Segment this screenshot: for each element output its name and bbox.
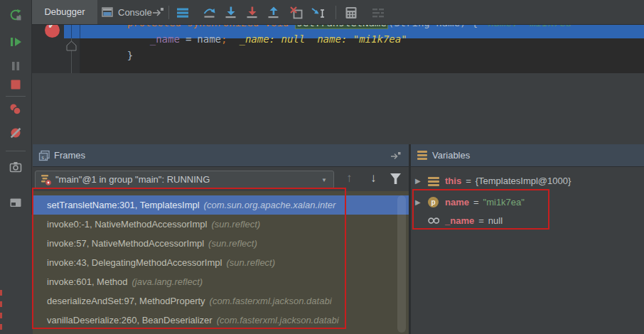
frame-row[interactable]: invoke:57, NativeMethodAccessorImpl(sun.… [33, 234, 409, 253]
view-breakpoints-icon[interactable] [9, 103, 22, 116]
brace-text: } [127, 50, 133, 61]
variable-row-name[interactable]: ▶ p name="mi1k7ea" [411, 193, 644, 212]
frame-row[interactable]: invoke0:-1, NativeMethodAccessorImpl(sun… [33, 215, 409, 234]
restore-layout-icon[interactable] [371, 6, 385, 20]
mute-breakpoints-icon[interactable] [9, 126, 22, 139]
frames-icon: s, [38, 150, 50, 161]
frame-method: invoke:43, DelegatingMethodAccessorImpl [47, 257, 222, 268]
previous-frame-arrow-icon[interactable]: ↑ [346, 171, 353, 185]
frame-row[interactable]: invoke:601, Method(java.lang.reflect) [33, 272, 409, 291]
red-edge-mark [0, 290, 2, 296]
rerun-icon[interactable] [9, 9, 22, 21]
red-edge-mark [0, 301, 2, 307]
camera-icon[interactable] [9, 161, 22, 173]
toolbar-separator [336, 6, 336, 19]
frame-row[interactable]: vanillaDeserialize:260, BeanDeserializer… [33, 311, 409, 330]
equals-sign: = [478, 215, 484, 226]
inline-debugger-hint: name: "mi1k7ea" [317, 33, 407, 45]
frames-list: setTransletName:301, TemplatesImpl(com.s… [33, 191, 409, 334]
frame-row[interactable]: invoke:43, DelegatingMethodAccessorImpl(… [33, 253, 409, 272]
fold-end-icon[interactable] [65, 40, 77, 52]
stop-icon[interactable] [9, 78, 22, 91]
frame-package: (sun.reflect) [208, 238, 257, 249]
watch-glasses-icon [428, 216, 439, 227]
red-edge-mark [0, 324, 2, 330]
variable-value: "mi1k7ea" [483, 197, 525, 208]
variable-name: this [445, 176, 461, 186]
parameter-icon: p [428, 197, 439, 208]
variable-name: _name [445, 215, 474, 226]
toolbar-separator [168, 6, 169, 19]
step-into-icon[interactable] [224, 6, 238, 20]
chevron-down-icon: ▼ [321, 177, 327, 183]
variables-icon [417, 151, 427, 161]
debugger-left-toolbar [0, 0, 32, 215]
inline-debugger-hint: _name: null [239, 33, 305, 45]
field-text: _name [150, 33, 180, 45]
variable-row-this[interactable]: ▶ this={TemplatesImpl@1000} [411, 172, 644, 190]
operator-text: = [186, 33, 191, 45]
semicolon-text: ; [221, 33, 227, 45]
variables-header: Variables [411, 144, 644, 167]
next-frame-arrow-icon[interactable]: ↓ [370, 171, 377, 185]
pin-tab-icon[interactable] [151, 6, 166, 20]
pause-program-icon[interactable] [9, 60, 22, 72]
frame-method: deserializeAndSet:97, MethodProperty [47, 296, 205, 306]
tab-console[interactable]: Console [101, 0, 152, 24]
panel-title: Frames [54, 144, 85, 167]
frame-package: (java.lang.reflect) [132, 276, 203, 287]
frame-method: invoke0:-1, NativeMethodAccessorImpl [47, 219, 207, 230]
drop-frame-icon[interactable] [289, 6, 304, 20]
frames-header: s, Frames [33, 144, 409, 167]
variable-value: null [488, 215, 503, 226]
variable-row-underscore-name[interactable]: _name=null [411, 212, 644, 230]
pin-icon[interactable] [390, 151, 402, 161]
value-text: name [197, 33, 221, 45]
layout-settings-icon[interactable] [9, 196, 22, 209]
svg-text:s,: s, [41, 155, 47, 161]
run-to-cursor-icon[interactable] [311, 6, 325, 20]
frame-method: invoke:601, Method [47, 276, 127, 287]
variables-panel: Variables ▶ this={TemplatesImpl@1000} ▶ … [411, 144, 644, 334]
resume-program-icon[interactable] [9, 36, 22, 48]
red-edge-mark [0, 313, 2, 318]
debugger-toolbar: Debugger Console [0, 0, 644, 25]
frame-row[interactable]: setTransletName:301, TemplatesImpl(com.s… [33, 195, 409, 215]
expand-arrow-icon[interactable]: ▶ [415, 172, 421, 190]
toolbar-separator [6, 96, 26, 97]
code-line-302: } [82, 38, 133, 55]
frame-method: vanillaDeserialize:260, BeanDeserializer [47, 315, 213, 325]
frame-row[interactable]: deserializeAndSet:97, MethodProperty(com… [33, 291, 409, 311]
equals-sign: = [473, 197, 479, 208]
panel-title: Variables [432, 144, 470, 167]
expand-arrow-icon[interactable]: ▶ [415, 193, 421, 212]
frame-package: (com.sun.org.apache.xalan.inter [204, 200, 336, 210]
frames-panel: s, Frames "main"@1 in group "main": RUNN… [33, 144, 409, 334]
show-execution-point-icon[interactable] [176, 6, 190, 20]
frame-package: (com.fasterxml.jackson.databi [210, 296, 332, 306]
thread-suspended-icon [40, 174, 52, 186]
frame-package: (com.fasterxml.jackson.databi [217, 315, 339, 325]
variable-value: {TemplatesImpl@1000} [476, 176, 571, 186]
step-over-icon[interactable] [203, 6, 217, 20]
frame-package: (sun.reflect) [211, 219, 260, 230]
filter-funnel-icon[interactable] [390, 173, 401, 184]
toolbar-separator [6, 151, 26, 151]
frame-method: invoke:57, NativeMethodAccessorImpl [47, 238, 204, 249]
equals-sign: = [466, 176, 471, 186]
thread-selector[interactable]: "main"@1 in group "main": RUNNING ▼ [35, 171, 334, 189]
frame-method: setTransletName:301, TemplatesImpl [47, 200, 200, 210]
frame-package: (sun.reflect) [226, 257, 275, 268]
variable-name: name [445, 197, 469, 208]
force-step-into-icon[interactable] [245, 6, 259, 20]
tab-debugger[interactable]: Debugger [32, 0, 97, 24]
tab-label: Console [118, 7, 152, 18]
console-icon [101, 6, 114, 18]
step-out-icon[interactable] [267, 6, 281, 20]
thread-selector-value: "main"@1 in group "main": RUNNING [55, 171, 210, 188]
object-icon [428, 177, 439, 188]
evaluate-expression-icon[interactable] [344, 6, 358, 20]
scrollbar[interactable] [397, 195, 406, 333]
